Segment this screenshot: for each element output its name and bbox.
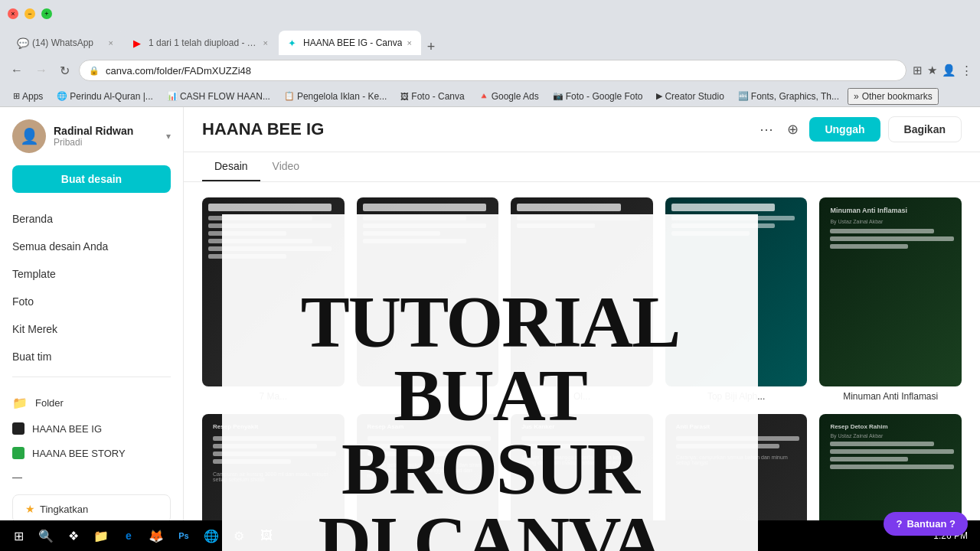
sidebar-item-semua[interactable]: Semua desain Anda	[0, 233, 183, 260]
taskbar-photoshop-btn[interactable]: Ps	[172, 523, 196, 548]
sidebar-item-buat-tim[interactable]: Buat tim	[0, 343, 183, 370]
bookmark-fonts[interactable]: 🔤 Fonts, Graphics, Th...	[733, 90, 844, 103]
bookmark-alquran[interactable]: 🌐 Perindu Al-Quran |...	[51, 90, 158, 103]
bookmark-cashflow-label: CASH FLOW HAAN...	[180, 91, 270, 102]
folder-item-haana-story[interactable]: HAANA BEE STORY	[0, 441, 183, 465]
content-tabs-row: Desain Video	[184, 152, 980, 182]
user-role: Pribadi	[54, 137, 158, 148]
haana-story-label: HAANA BEE STORY	[32, 448, 126, 459]
lock-icon: 🔒	[89, 66, 100, 76]
share-btn[interactable]: Bagikan	[888, 116, 962, 142]
folder-item-haana-ig[interactable]: HAANA BEE IG	[0, 416, 183, 441]
taskbar-search-btn[interactable]: 🔍	[34, 523, 58, 548]
tab-youtube-close[interactable]: ×	[263, 38, 268, 47]
tab-whatsapp[interactable]: 💬 (14) WhatsApp ×	[8, 31, 122, 55]
bookmark-google-ads-label: Google Ads	[492, 91, 539, 102]
overlay[interactable]: TUTORIAL BUAT BROSUR DI CANVA	[222, 214, 758, 551]
minimize-window-btn[interactable]: −	[24, 8, 35, 19]
bookmark-pengelola[interactable]: 📋 Pengelola Iklan - Ke...	[279, 90, 392, 103]
design-label-5: Minuman Anti Inflamasi	[819, 391, 962, 402]
tab-whatsapp-close[interactable]: ×	[109, 38, 113, 47]
bookmark-creator-studio[interactable]: ▶ Creator Studio	[651, 90, 729, 103]
bookmark-foto-canva[interactable]: 🖼 Foto - Canva	[395, 90, 469, 103]
reload-btn[interactable]: ↻	[57, 60, 73, 81]
back-btn[interactable]: ←	[8, 60, 26, 80]
create-design-btn[interactable]: Buat desain	[12, 165, 171, 193]
upgrade-btn[interactable]: ★ Tingkatkan	[12, 494, 171, 523]
sidebar-item-kit[interactable]: Kit Merek	[0, 315, 183, 343]
main-header: HAANA BEE IG ⋯ ⊕ Unggah Bagikan	[184, 107, 980, 152]
tab-canva[interactable]: ✦ HAANA BEE IG - Canva ×	[279, 31, 421, 55]
bookmark-google-foto[interactable]: 📷 Foto - Google Foto	[547, 90, 648, 103]
bookmark-foto-canva-label: Foto - Canva	[411, 91, 464, 102]
tab-desain[interactable]: Desain	[202, 152, 260, 181]
folder-title: HAANA BEE IG	[202, 119, 744, 139]
settings-btn[interactable]: ⋮	[961, 64, 972, 77]
tab-canva-label: HAANA BEE IG - Canva	[303, 37, 402, 48]
close-window-btn[interactable]: ×	[8, 8, 18, 19]
overlay-line4: DI CANVA	[301, 506, 679, 551]
tabs-bar: 💬 (14) WhatsApp × ▶ 1 dari 1 telah diupl…	[0, 28, 980, 55]
apps-favicon: ⊞	[13, 91, 20, 101]
sidebar: 👤 Radinal Ridwan Pribadi ▾ Buat desain B…	[0, 107, 184, 551]
buat-tim-label: Buat tim	[12, 350, 51, 363]
file-explorer-icon: 📁	[93, 529, 109, 543]
user-section[interactable]: 👤 Radinal Ridwan Pribadi ▾	[0, 119, 183, 165]
extensions-btn[interactable]: ⊞	[913, 64, 923, 77]
taskbar-firefox-btn[interactable]: 🦊	[144, 523, 168, 548]
folder-more[interactable]: —	[0, 465, 183, 485]
taskbar-app1-btn[interactable]: 🌐	[199, 523, 224, 548]
more-bookmarks-btn[interactable]: » Other bookmarks	[848, 88, 939, 105]
sidebar-item-template[interactable]: Template	[0, 260, 183, 288]
tab-whatsapp-label: (14) WhatsApp	[32, 37, 104, 48]
google-foto-favicon: 📷	[553, 91, 564, 101]
bookmark-google-ads[interactable]: 🔺 Google Ads	[473, 90, 544, 103]
help-btn[interactable]: ? Bantuan ?	[884, 512, 968, 536]
canva-favicon: ✦	[288, 37, 299, 48]
sidebar-item-beranda[interactable]: Beranda	[0, 205, 183, 233]
tab-video[interactable]: Video	[260, 152, 312, 181]
beranda-label: Beranda	[12, 213, 53, 225]
youtube-favicon: ▶	[133, 37, 144, 48]
maximize-window-btn[interactable]: +	[41, 8, 52, 19]
overlay-line1: TUTORIAL	[301, 285, 679, 359]
card10-subtitle: By Ustaz Zainal Akbar	[825, 433, 956, 439]
taskbar-browser-btn[interactable]: e	[116, 523, 141, 548]
tab-youtube[interactable]: ▶ 1 dari 1 telah diupload - YouTu... ×	[124, 31, 277, 55]
whatsapp-favicon: 💬	[17, 37, 28, 48]
help-icon: ?	[896, 518, 902, 530]
new-tab-btn[interactable]: +	[423, 39, 440, 55]
forward-btn[interactable]: →	[32, 60, 51, 80]
folder-root-label: Folder	[35, 397, 64, 409]
header-more-btn[interactable]: ⋯	[756, 118, 776, 141]
card10-title: Resep Detox Rahim	[825, 420, 956, 433]
tab-canva-close[interactable]: ×	[407, 38, 411, 47]
bookmark-creator-studio-label: Creator Studio	[665, 91, 724, 102]
design-card-5[interactable]: Minuman Anti Inflamasi By Ustaz Zainal A…	[819, 197, 962, 402]
app1-icon: 🌐	[204, 529, 219, 543]
start-btn[interactable]: ⊞	[6, 523, 31, 548]
folder-item-root[interactable]: 📁 Folder	[0, 390, 183, 416]
profile-btn[interactable]: 👤	[942, 64, 956, 77]
cashflow-favicon: 📊	[167, 91, 178, 101]
taskbar-task-view-btn[interactable]: ❖	[61, 523, 86, 548]
firefox-icon: 🦊	[149, 529, 164, 543]
other-bookmarks-label: Other bookmarks	[862, 91, 933, 102]
address-text: canva.com/folder/FADmXUZZi48	[106, 65, 897, 77]
bookmark-btn[interactable]: ★	[927, 64, 937, 77]
user-avatar: 👤	[12, 119, 46, 153]
pengelola-favicon: 📋	[284, 91, 295, 101]
address-bar[interactable]: 🔒 canva.com/folder/FADmXUZZi48	[79, 60, 906, 81]
bookmark-cashflow[interactable]: 📊 CASH FLOW HAAN...	[162, 90, 276, 103]
bookmark-apps[interactable]: ⊞ Apps	[8, 90, 48, 103]
overlay-line3: BROSUR	[301, 432, 679, 506]
header-add-btn[interactable]: ⊕	[784, 118, 802, 141]
sidebar-item-foto[interactable]: Foto	[0, 288, 183, 315]
card5-title: Minuman Anti Inflamasi	[825, 204, 956, 217]
user-name: Radinal Ridwan	[54, 125, 158, 137]
task-view-icon: ❖	[68, 529, 79, 543]
upload-btn[interactable]: Unggah	[809, 117, 880, 142]
bookmark-apps-label: Apps	[22, 91, 43, 102]
taskbar-file-explorer-btn[interactable]: 📁	[89, 523, 113, 548]
folder-icon: 📁	[12, 396, 28, 410]
